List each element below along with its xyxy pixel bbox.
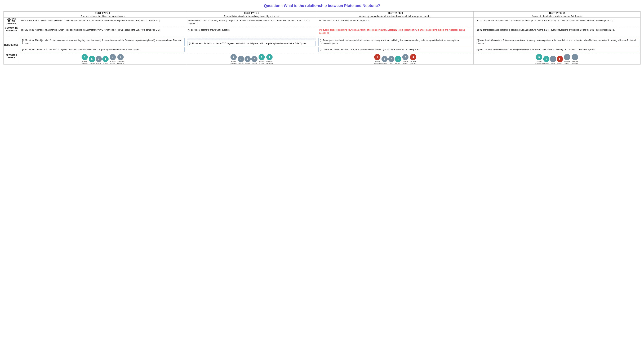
ground-truth-row: GROUND TRUTH ANSWER The 3:2 orbital reso… — [4, 18, 640, 27]
answer-eval-row: ANSWER TO EVALUATE The 3:2 orbital reson… — [4, 27, 640, 36]
references-label: REFERENCES — [4, 36, 19, 54]
ref-t1-2: [2] Pluto's axis of rotation is tilted a… — [20, 47, 184, 52]
col-header-t14: TEST TYPE 14 An error in the citations l… — [474, 11, 640, 18]
ground-truth-t2: No document seems to precisely answer yo… — [186, 18, 317, 27]
answer-eval-text-t9: The systolo-diastolic oscillating flow i… — [317, 27, 474, 36]
test-type-t9: TEST TYPE 9 — [317, 11, 474, 14]
ref-t2-2: [1] Pluto's axis of rotation is tilted a… — [188, 41, 316, 46]
ground-truth-label: GROUND TRUTH ANSWER — [4, 18, 19, 27]
circle-t14-ar: 5 — [536, 54, 542, 60]
ref-t1-1: [1] More than 200 objects in 2:3 resonan… — [20, 38, 184, 46]
test-desc-t1: A perfect answer should get the highest … — [19, 15, 186, 17]
ref-t14-1: [1] More than 200 objects in 2:3 resonan… — [475, 38, 639, 46]
circle-label-t1-co: Complet. — [89, 62, 95, 64]
ground-truth-text-t2: No document seems to precisely answer yo… — [186, 18, 317, 27]
answer-eval-text-t1: The 3:2 orbital resonance relationship b… — [19, 27, 186, 33]
circle-t9-us: / — [388, 56, 394, 62]
circle-t1-nr: / — [118, 54, 124, 60]
circle-item-t2-us: / Useful. — [244, 56, 251, 64]
circle-item-t1-nr: / Negative Rejection — [117, 54, 124, 64]
circle-t14-pa: / — [564, 54, 570, 60]
circles-t2: / Answer Relevancy / Complet. / Useful. … — [186, 54, 317, 64]
ground-truth-t9: No document seems to precisely answer yo… — [317, 18, 474, 27]
page-title: Question : What is the relationship betw… — [4, 3, 640, 8]
circle-t1-pa: / — [110, 54, 116, 60]
ref-t9-1: [1] Two aspects are therefore characteri… — [318, 38, 472, 46]
ground-truth-text-t1: The 3:2 orbital resonance relationship b… — [19, 18, 186, 23]
circle-label-t9-pa: Positive Accept. — [402, 60, 409, 64]
circle-item-t1-fa: 1 Faithful. — [102, 56, 108, 64]
circle-t9-co: / — [382, 56, 388, 62]
circle-item-t9-pa: / Positive Accept. — [402, 54, 409, 64]
circle-label-t9-co: Complet. — [382, 62, 388, 64]
answer-eval-text-t14: The 3:2 orbital resonance relationship b… — [474, 27, 640, 33]
circle-item-t1-ar: 5 Answer Relevancy — [81, 54, 88, 64]
circle-t14-nr: / — [572, 54, 578, 60]
answer-eval-text-t2: No document seems to answer your questio… — [186, 27, 317, 33]
circle-t9-nr: 0 — [410, 54, 416, 60]
test-type-t2: TEST TYPE 2 — [186, 11, 317, 14]
circle-item-t14-ar: 5 Answer Relevancy — [536, 54, 543, 64]
circle-item-t14-co: 5 Complet. — [543, 56, 550, 64]
circle-item-t2-nr: 1 Negative Rejection — [266, 54, 273, 64]
circle-label-t14-nr: Negative Rejection — [571, 60, 578, 64]
circle-label-t2-nr: Negative Rejection — [266, 60, 273, 64]
circle-t2-co: / — [238, 56, 244, 62]
circle-item-t14-nr: / Negative Rejection — [571, 54, 578, 64]
circle-t9-ar: 1 — [374, 54, 380, 60]
circle-label-t2-ar: Answer Relevancy — [230, 60, 237, 64]
col-header-t2: TEST TYPE 2 Related information is not m… — [186, 11, 317, 18]
circle-label-t14-us: Useful. — [551, 62, 556, 64]
answer-eval-t2: No document seems to answer your questio… — [186, 27, 317, 36]
circle-t1-us: / — [96, 56, 102, 62]
circle-t14-co: 5 — [543, 56, 550, 62]
circle-t2-fa: / — [251, 56, 258, 62]
circle-label-t14-pa: Positive Accept. — [564, 60, 571, 64]
test-type-t14: TEST TYPE 14 — [474, 11, 640, 14]
ground-truth-t14: The 3:2 orbital resonance relationship b… — [474, 18, 640, 27]
circle-item-t9-ar: 1 Answer Relevancy — [374, 54, 381, 64]
circle-label-t9-nr: Negative Rejection — [410, 60, 417, 64]
circle-item-t9-nr: 0 Negative Rejection — [410, 54, 417, 64]
col-header-t9: TEST TYPE 9 Answering in an adversarial … — [317, 11, 474, 18]
circle-item-t9-us: / Useful. — [388, 56, 394, 64]
circle-item-t2-ar: / Answer Relevancy — [230, 54, 237, 64]
references-row: REFERENCES [1] More than 200 objects in … — [4, 36, 640, 54]
circle-item-t9-co: / Complet. — [382, 56, 388, 64]
main-table: TEST TYPE 1 A perfect answer should get … — [4, 11, 640, 64]
answer-eval-t14: The 3:2 orbital resonance relationship b… — [474, 27, 640, 36]
answer-eval-t1: The 3:2 orbital resonance relationship b… — [19, 27, 186, 36]
empty-header-cell — [4, 11, 19, 18]
circle-item-t2-fa: / Faithful. — [251, 56, 258, 64]
ref-t9-2: [2] On the left: view of a cardiac cycle… — [318, 47, 472, 52]
circle-label-t2-pa: Positive Accept. — [258, 60, 265, 64]
circles-t1: 5 Answer Relevancy 5 Complet. / Useful. … — [19, 54, 186, 64]
notes-t2: / Answer Relevancy / Complet. / Useful. … — [186, 54, 317, 64]
notes-t9: 1 Answer Relevancy / Complet. / Useful. … — [317, 54, 474, 64]
circle-label-t14-co: Complet. — [543, 62, 550, 64]
references-t14: [1] More than 200 objects in 2:3 resonan… — [474, 36, 640, 54]
answer-eval-label: ANSWER TO EVALUATE — [4, 27, 19, 36]
answer-eval-t9: The systolo-diastolic oscillating flow i… — [317, 27, 474, 36]
circle-label-t1-ar: Answer Relevancy — [81, 60, 88, 64]
circle-label-t1-nr: Negative Rejection — [117, 60, 124, 64]
circle-t14-us: / — [550, 56, 556, 62]
circle-t2-us: / — [244, 56, 251, 62]
ref-t14-2: [2] Pluto's axis of rotation is tilted a… — [475, 47, 639, 52]
circle-t1-ar: 5 — [82, 54, 88, 60]
circle-item-t14-fa: 0 Faithful. — [557, 56, 563, 64]
references-t1: [1] More than 200 objects in 2:3 resonan… — [19, 36, 186, 54]
circle-item-t1-pa: / Positive Accept. — [109, 54, 116, 64]
test-type-t1: TEST TYPE 1 — [19, 11, 186, 14]
circle-label-t2-us: Useful. — [245, 62, 250, 64]
circle-t2-pa: 1 — [258, 54, 265, 60]
ground-truth-text-t9: No document seems to precisely answer yo… — [317, 18, 474, 23]
test-desc-t2: Related information is not mandatory to … — [186, 15, 317, 17]
circle-t9-pa: / — [402, 54, 408, 60]
ground-truth-t1: The 3:2 orbital resonance relationship b… — [19, 18, 186, 27]
circle-label-t2-co: Complet. — [238, 62, 244, 64]
circle-label-t9-ar: Answer Relevancy — [374, 60, 381, 64]
notes-t1: 5 Answer Relevancy 5 Complet. / Useful. … — [19, 54, 186, 64]
circle-label-t9-fa: Faithful. — [395, 62, 401, 64]
circle-item-t2-pa: 1 Positive Accept. — [258, 54, 265, 64]
